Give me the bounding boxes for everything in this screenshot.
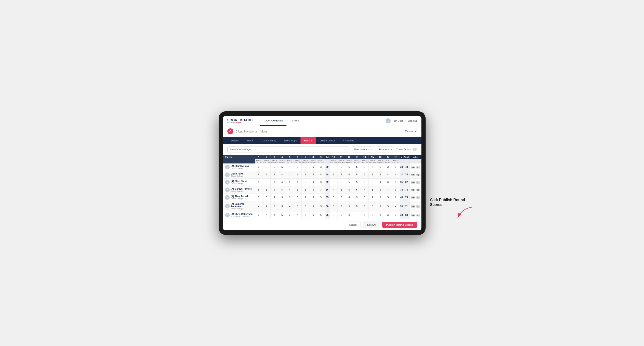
score-hole-8[interactable]: 6 <box>309 178 317 186</box>
score-hole-1[interactable]: 5 <box>255 178 263 186</box>
score-hole-7[interactable]: 6 <box>302 201 309 211</box>
score-hole-2[interactable]: 3 <box>262 171 270 178</box>
score-hole-4[interactable]: 5 <box>278 211 286 219</box>
score-hole-9[interactable]: 5 <box>317 171 325 178</box>
score-hole-6[interactable]: 6 <box>294 171 302 178</box>
tab-tee-groups[interactable]: Tee Groups <box>280 137 300 144</box>
score-hole-18[interactable]: 4 <box>392 201 400 211</box>
score-hole-2[interactable]: 4 <box>262 211 270 219</box>
score-hole-15[interactable]: 3 <box>368 186 376 193</box>
score-hole-6[interactable]: 3 <box>294 164 302 171</box>
score-hole-18[interactable]: 6 <box>392 193 400 201</box>
score-hole-8[interactable]: 3 <box>309 193 317 201</box>
score-hole-12[interactable]: 4 <box>345 193 353 201</box>
score-hole-14[interactable]: 4 <box>361 186 368 193</box>
score-hole-15[interactable]: 3 <box>368 178 376 186</box>
score-hole-10[interactable]: 5 <box>330 193 338 201</box>
score-hole-13[interactable]: 5 <box>353 171 361 178</box>
score-hole-18[interactable]: 5 <box>392 178 400 186</box>
score-hole-16[interactable]: 5 <box>376 186 384 193</box>
nav-tournaments[interactable]: TOURNAMENTS <box>260 116 287 126</box>
wd-badge[interactable]: WD <box>411 205 415 208</box>
score-hole-4[interactable]: 4 <box>278 178 286 186</box>
score-hole-1[interactable]: 3 <box>255 164 263 171</box>
score-hole-17[interactable]: 5 <box>384 193 392 201</box>
score-hole-9[interactable]: 5 <box>317 211 325 219</box>
wd-badge[interactable]: WD <box>411 214 415 216</box>
score-hole-4[interactable]: 4 <box>278 171 286 178</box>
score-hole-13[interactable]: 3 <box>353 193 361 201</box>
tab-course-setup[interactable]: Course Setup <box>257 137 280 144</box>
score-hole-12[interactable]: 5 <box>345 171 353 178</box>
dq-badge[interactable]: DQ <box>416 205 420 208</box>
score-hole-15[interactable]: 3 <box>368 164 376 171</box>
score-hole-16[interactable]: 5 <box>376 164 384 171</box>
score-hole-13[interactable]: 5 <box>353 178 361 186</box>
score-hole-16[interactable]: 4 <box>376 211 384 219</box>
score-hole-2[interactable]: 3 <box>262 186 270 193</box>
score-hole-10[interactable]: 3 <box>330 164 338 171</box>
score-hole-8[interactable]: 5 <box>309 171 317 178</box>
score-hole-3[interactable]: 5 <box>270 164 278 171</box>
score-hole-17[interactable]: 4 <box>384 171 392 178</box>
publish-round-scores-button[interactable]: Publish Round Scores <box>382 222 416 228</box>
score-hole-9[interactable]: 3 <box>317 201 325 211</box>
wd-badge[interactable]: WD <box>411 196 415 199</box>
score-hole-3[interactable]: 3 <box>270 178 278 186</box>
score-hole-5[interactable]: 3 <box>286 211 294 219</box>
score-hole-17[interactable]: 4 <box>384 186 392 193</box>
score-hole-18[interactable]: 3 <box>392 211 400 219</box>
score-hole-4[interactable]: 5 <box>278 186 286 193</box>
score-hole-17[interactable]: 5 <box>384 201 392 211</box>
cancel-header-button[interactable]: Cancel ✕ <box>405 130 416 133</box>
score-hole-18[interactable]: 3 <box>392 186 400 193</box>
score-hole-9[interactable]: 3 <box>317 164 325 171</box>
dq-badge[interactable]: DQ <box>416 189 420 191</box>
score-hole-17[interactable]: 6 <box>384 178 392 186</box>
wd-badge[interactable]: WD <box>411 166 415 169</box>
score-hole-7[interactable]: 3 <box>302 171 309 178</box>
score-hole-1[interactable]: 3 <box>255 193 263 201</box>
score-hole-11[interactable]: 5 <box>338 186 345 193</box>
wd-badge[interactable]: WD <box>411 189 415 191</box>
score-hole-3[interactable]: 3 <box>270 171 278 178</box>
dq-badge[interactable]: DQ <box>416 196 420 199</box>
score-hole-4[interactable]: 5 <box>278 164 286 171</box>
score-hole-15[interactable]: 3 <box>368 201 376 211</box>
score-hole-7[interactable]: 3 <box>302 211 309 219</box>
cancel-button[interactable]: Cancel <box>345 222 361 228</box>
score-hole-5[interactable]: 3 <box>286 171 294 178</box>
score-hole-5[interactable]: 3 <box>286 193 294 201</box>
score-hole-4[interactable]: 3 <box>278 201 286 211</box>
search-input[interactable] <box>228 147 349 153</box>
score-hole-15[interactable]: 3 <box>368 211 376 219</box>
score-hole-1[interactable]: 5 <box>255 186 263 193</box>
tab-printables[interactable]: Printables <box>339 137 358 144</box>
score-hole-7[interactable]: 4 <box>302 193 309 201</box>
score-hole-14[interactable]: 5 <box>361 211 368 219</box>
score-hole-9[interactable]: 5 <box>317 193 325 201</box>
score-hole-7[interactable]: 6 <box>302 186 309 193</box>
score-hole-13[interactable]: 3 <box>353 201 361 211</box>
score-hole-11[interactable]: 5 <box>338 178 345 186</box>
score-hole-8[interactable]: 6 <box>309 211 317 219</box>
score-hole-11[interactable]: 3 <box>338 201 345 211</box>
score-hole-2[interactable]: 3 <box>262 193 270 201</box>
score-hole-12[interactable]: 5 <box>345 201 353 211</box>
score-hole-16[interactable]: 3 <box>376 193 384 201</box>
score-hole-6[interactable]: 3 <box>294 186 302 193</box>
score-hole-6[interactable]: 5 <box>294 193 302 201</box>
score-hole-18[interactable]: 4 <box>392 171 400 178</box>
score-hole-5[interactable]: 3 <box>286 178 294 186</box>
dq-badge[interactable]: DQ <box>416 166 420 169</box>
score-hole-2[interactable]: 3 <box>262 164 270 171</box>
score-hole-1[interactable]: 3 <box>255 211 263 219</box>
score-hole-10[interactable]: 3 <box>330 171 338 178</box>
filter-team-select[interactable]: Filter by team <box>351 147 374 153</box>
score-hole-14[interactable]: 3 <box>361 178 368 186</box>
score-hole-10[interactable]: 6 <box>330 201 338 211</box>
score-hole-9[interactable]: 3 <box>317 178 325 186</box>
wd-badge[interactable]: WD <box>411 173 415 176</box>
score-hole-10[interactable]: 3 <box>330 178 338 186</box>
wd-badge[interactable]: WD <box>411 181 415 184</box>
